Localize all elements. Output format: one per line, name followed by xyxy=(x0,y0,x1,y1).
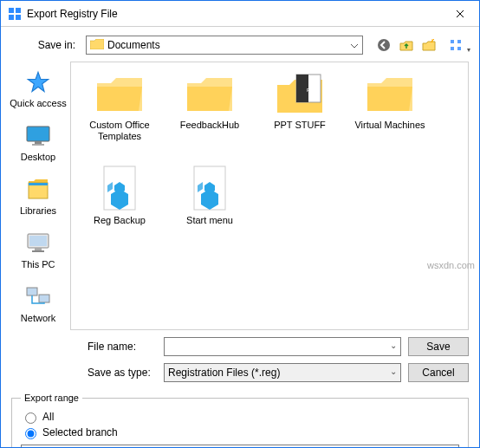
svg-rect-9 xyxy=(27,127,49,141)
svg-rect-16 xyxy=(35,248,42,250)
sidebar-item-libraries[interactable]: Libraries xyxy=(6,172,70,219)
folder-icon xyxy=(362,73,418,114)
file-label: Virtual Machines xyxy=(354,120,425,131)
svg-rect-5 xyxy=(451,40,454,43)
up-folder-button[interactable] xyxy=(398,36,415,54)
folder-icon xyxy=(90,39,104,52)
svg-rect-0 xyxy=(9,8,14,13)
file-item[interactable]: Custom Office Templates xyxy=(75,69,165,165)
folder-icon xyxy=(182,73,237,114)
branch-path-input[interactable] xyxy=(21,445,459,448)
save-in-label: Save in: xyxy=(11,39,81,51)
reg-file-icon xyxy=(182,168,237,210)
svg-rect-17 xyxy=(32,250,44,252)
view-menu-button[interactable] xyxy=(443,36,469,54)
file-label: Reg Backup xyxy=(94,215,146,226)
sidebar-item-label: This PC xyxy=(21,259,55,269)
back-button[interactable] xyxy=(375,36,392,54)
export-range-legend: Export range xyxy=(21,393,82,403)
save-as-type-label: Save as type: xyxy=(88,367,157,379)
regedit-icon xyxy=(8,7,22,21)
svg-rect-6 xyxy=(457,40,461,43)
file-area[interactable]: Custom Office Templates FeedbackHub PPT … xyxy=(70,62,469,330)
save-in-row: Save in: Documents xyxy=(1,27,479,62)
file-item[interactable]: FeedbackHub xyxy=(165,69,255,165)
export-range-group: Export range All Selected branch xyxy=(11,393,469,448)
reg-file-icon xyxy=(92,168,147,210)
svg-rect-11 xyxy=(32,144,44,146)
save-in-value: Documents xyxy=(107,39,160,51)
places-bar: Quick access Desktop Libraries This PC N… xyxy=(6,62,70,330)
sidebar-item-network[interactable]: Network xyxy=(6,280,70,327)
svg-rect-15 xyxy=(29,236,47,246)
save-as-type-value: Registration Files (*.reg) xyxy=(168,367,280,379)
svg-rect-19 xyxy=(39,295,49,302)
folder-doc-icon: PPT xyxy=(272,73,328,114)
filename-input-wrap: ⌄ xyxy=(164,337,401,356)
window-title: Export Registry File xyxy=(27,8,440,20)
svg-rect-8 xyxy=(457,47,461,50)
body: Quick access Desktop Libraries This PC N… xyxy=(1,62,479,330)
fields: File name: ⌄ Save Save as type: Registra… xyxy=(1,330,479,386)
svg-rect-3 xyxy=(16,15,21,20)
chevron-down-icon: ⌄ xyxy=(390,367,397,376)
filename-input[interactable] xyxy=(168,341,385,353)
file-label: Start menu xyxy=(186,215,233,226)
this-pc-icon xyxy=(24,230,52,257)
file-item[interactable]: PPT PPT STUFF xyxy=(255,69,345,165)
export-all-row: All xyxy=(21,410,459,424)
file-label: FeedbackHub xyxy=(180,120,240,131)
export-selected-radio[interactable] xyxy=(25,428,36,439)
close-button[interactable] xyxy=(440,1,479,27)
svg-rect-1 xyxy=(16,8,21,13)
svg-rect-18 xyxy=(27,288,37,295)
new-folder-button[interactable] xyxy=(420,36,438,54)
chevron-down-icon xyxy=(350,39,359,51)
export-selected-row: Selected branch xyxy=(21,425,459,439)
sidebar-item-label: Network xyxy=(21,313,55,323)
file-item[interactable]: Virtual Machines xyxy=(345,69,435,165)
network-icon xyxy=(24,283,52,311)
export-selected-label: Selected branch xyxy=(42,426,118,438)
sidebar-item-label: Desktop xyxy=(21,152,55,162)
svg-rect-7 xyxy=(451,47,454,50)
sidebar-item-this-pc[interactable]: This PC xyxy=(6,226,70,273)
svg-rect-2 xyxy=(9,15,14,20)
filename-label: File name: xyxy=(88,341,157,353)
file-item[interactable]: Start menu xyxy=(165,165,255,260)
export-all-label: All xyxy=(42,411,54,423)
libraries-icon xyxy=(24,176,52,204)
file-label: PPT STUFF xyxy=(274,120,326,131)
folder-icon xyxy=(92,73,147,114)
svg-rect-10 xyxy=(35,141,42,144)
export-all-radio[interactable] xyxy=(25,412,36,424)
save-button[interactable]: Save xyxy=(408,337,469,356)
sidebar-item-label: Quick access xyxy=(10,98,66,108)
cancel-button[interactable]: Cancel xyxy=(408,363,469,382)
save-as-type-combo[interactable]: Registration Files (*.reg) ⌄ xyxy=(164,363,401,382)
desktop-icon xyxy=(24,122,52,150)
file-grid: Custom Office Templates FeedbackHub PPT … xyxy=(75,69,464,260)
chevron-down-icon[interactable]: ⌄ xyxy=(390,341,397,350)
save-in-combo[interactable]: Documents xyxy=(86,36,363,55)
svg-rect-13 xyxy=(29,183,48,185)
sidebar-item-label: Libraries xyxy=(20,205,56,216)
file-label: Custom Office Templates xyxy=(78,120,161,142)
svg-text:PPT: PPT xyxy=(307,88,317,93)
sidebar-item-desktop[interactable]: Desktop xyxy=(6,119,70,166)
toolbar xyxy=(375,36,469,54)
svg-point-4 xyxy=(378,39,390,51)
star-icon xyxy=(24,68,52,96)
file-item[interactable]: Reg Backup xyxy=(75,165,165,260)
title-bar: Export Registry File xyxy=(1,1,479,27)
watermark: wsxdn.com xyxy=(427,260,475,270)
sidebar-item-quick-access[interactable]: Quick access xyxy=(6,65,70,112)
